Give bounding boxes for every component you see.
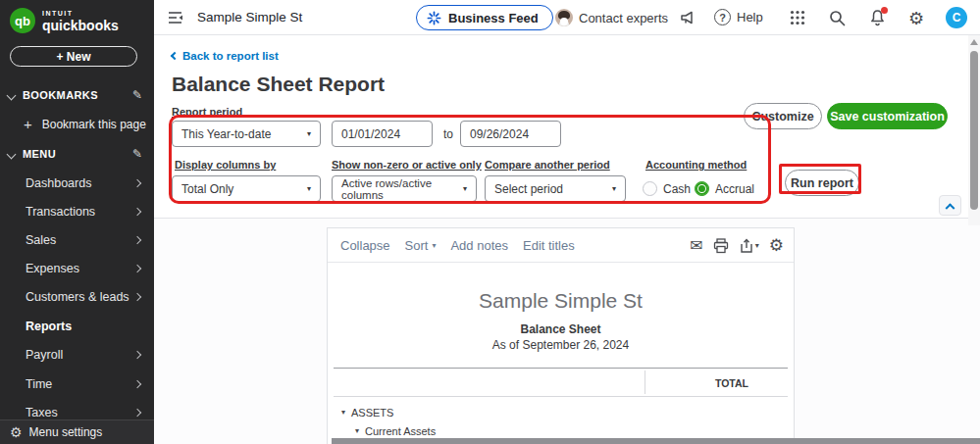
sidebar-item-payroll[interactable]: Payroll <box>0 344 154 366</box>
bookmarks-section-header[interactable]: BOOKMARKS ✎ <box>0 86 154 104</box>
chevron-right-icon <box>133 351 141 359</box>
report-table-header: TOTAL <box>334 369 788 397</box>
page-title: Balance Sheet Report <box>172 73 385 96</box>
chevron-down-icon <box>7 149 17 159</box>
customize-button[interactable]: Customize <box>744 103 822 129</box>
compare-period-dropdown[interactable]: Select period ▾ <box>485 175 626 202</box>
caret-down-icon: ▾ <box>307 184 311 193</box>
back-to-report-list-link[interactable]: Back to report list <box>172 50 279 62</box>
to-label: to <box>443 127 453 141</box>
nonzero-label[interactable]: Show non-zero or active only <box>332 159 482 171</box>
quickbooks-wordmark: quickbooks <box>42 19 119 32</box>
bookmark-this-page-label: Bookmark this page <box>42 118 146 131</box>
notifications-bell[interactable] <box>869 9 886 30</box>
sidebar-item-label: Sales <box>26 233 56 247</box>
sidebar-item-expenses[interactable]: Expenses <box>0 258 154 279</box>
print-icon[interactable] <box>713 238 729 254</box>
total-column-header: TOTAL <box>715 377 748 389</box>
scroll-up-arrow-icon[interactable] <box>970 39 978 45</box>
chevron-left-icon <box>171 52 179 60</box>
report-card: Collapse Sort ▾ Add notes Edit titles ✉ <box>327 227 795 444</box>
spark-icon <box>427 11 441 25</box>
edit-titles-link[interactable]: Edit titles <box>523 238 575 253</box>
triangle-down-icon[interactable]: ▾ <box>355 426 359 435</box>
collapse-filters-button[interactable] <box>939 195 961 216</box>
chevron-right-icon <box>133 265 141 272</box>
sidebar-item-label: Taxes <box>26 406 58 419</box>
accounting-method-label[interactable]: Accounting method <box>645 159 747 171</box>
accrual-radio[interactable]: Accrual <box>695 181 754 196</box>
sidebar-item-reports[interactable]: Reports <box>0 316 154 337</box>
display-columns-label[interactable]: Display columns by <box>175 159 276 171</box>
display-columns-value: Total Only <box>181 182 233 196</box>
brand-wordmark: INTUIT quickbooks <box>42 10 119 32</box>
sort-label: Sort <box>405 238 429 253</box>
vertical-scrollbar-thumb[interactable] <box>970 51 978 210</box>
triangle-down-icon[interactable]: ▾ <box>341 408 345 417</box>
menu-section-header[interactable]: MENU ✎ <box>0 145 154 163</box>
caret-down-icon: ▾ <box>307 129 311 138</box>
apps-grid-icon[interactable] <box>790 10 805 25</box>
cash-label: Cash <box>663 182 691 196</box>
date-to-input[interactable] <box>460 121 561 147</box>
business-feed-label: Business Feed <box>448 11 539 25</box>
bookmark-this-page[interactable]: + Bookmark this page <box>24 116 146 132</box>
chevron-up-icon <box>946 203 955 213</box>
caret-down-icon: ▾ <box>612 184 616 193</box>
chevron-right-icon <box>133 293 141 301</box>
table-row-assets[interactable]: ▾ ASSETS <box>328 403 794 421</box>
sidebar-item-label: Dashboards <box>26 176 91 190</box>
notification-badge <box>881 7 888 14</box>
collapse-link[interactable]: Collapse <box>340 238 390 253</box>
help-icon: ? <box>714 9 731 25</box>
megaphone-icon[interactable] <box>680 10 696 25</box>
company-name: Sample Simple St <box>197 10 302 25</box>
quickbooks-logo[interactable]: qb INTUIT quickbooks <box>10 8 119 33</box>
new-button[interactable]: + New <box>10 46 137 67</box>
menu-settings-button[interactable]: ⚙ Menu settings <box>0 419 154 444</box>
radio-selected-icon <box>695 181 709 196</box>
caret-down-icon: ▾ <box>755 241 759 250</box>
report-toolbar: Collapse Sort ▾ Add notes Edit titles ✉ <box>328 228 794 263</box>
expert-avatar[interactable] <box>555 9 573 26</box>
add-notes-link[interactable]: Add notes <box>450 238 508 253</box>
cash-radio[interactable]: Cash <box>643 181 691 196</box>
gear-icon: ⚙ <box>10 425 23 439</box>
top-header: Sample Simple St Business Feed Contact e… <box>154 0 980 35</box>
report-company-name: Sample Simple St <box>328 289 794 313</box>
menu-settings-label: Menu settings <box>29 425 103 439</box>
sidebar-item-dashboards[interactable]: Dashboards <box>0 173 154 194</box>
export-icon[interactable]: ▾ <box>739 238 759 254</box>
sidebar-item-customers-leads[interactable]: Customers & leads <box>0 286 154 308</box>
email-icon[interactable]: ✉ <box>690 236 702 255</box>
sidebar-item-time[interactable]: Time <box>0 373 154 395</box>
row-label: ASSETS <box>351 407 393 419</box>
plus-icon: + <box>24 116 32 132</box>
accrual-label: Accrual <box>715 182 754 196</box>
sidebar-item-sales[interactable]: Sales <box>0 229 154 251</box>
report-period-label[interactable]: Report period <box>172 106 242 118</box>
report-settings-gear-icon[interactable]: ⚙ <box>769 235 784 256</box>
chevron-right-icon <box>133 208 141 216</box>
settings-gear-icon[interactable]: ⚙ <box>908 8 924 29</box>
collapse-sidebar-icon[interactable] <box>168 11 183 25</box>
edit-menu-icon[interactable]: ✎ <box>132 147 142 161</box>
contact-experts-link[interactable]: Contact experts <box>579 11 668 25</box>
display-columns-dropdown[interactable]: Total Only ▾ <box>172 175 321 202</box>
save-customization-button[interactable]: Save customization <box>827 103 948 129</box>
nonzero-dropdown[interactable]: Active rows/active columns ▾ <box>332 175 477 202</box>
help-button[interactable]: ? Help <box>714 9 763 25</box>
edit-bookmarks-icon[interactable]: ✎ <box>132 88 142 102</box>
sidebar-item-label: Time <box>26 377 52 391</box>
bookmarks-label: BOOKMARKS <box>23 89 98 101</box>
business-feed-button[interactable]: Business Feed <box>416 5 553 30</box>
sidebar-item-transactions[interactable]: Transactions <box>0 201 154 222</box>
report-period-dropdown[interactable]: This Year-to-date ▾ <box>172 121 321 147</box>
date-from-input[interactable] <box>332 121 433 147</box>
user-avatar[interactable]: C <box>946 7 967 28</box>
sort-dropdown[interactable]: Sort ▾ <box>405 238 437 253</box>
compare-period-label[interactable]: Compare another period <box>485 159 610 171</box>
run-report-button[interactable]: Run report <box>785 170 859 196</box>
search-icon[interactable] <box>829 10 846 26</box>
horizontal-scrollbar-thumb[interactable] <box>332 438 980 444</box>
